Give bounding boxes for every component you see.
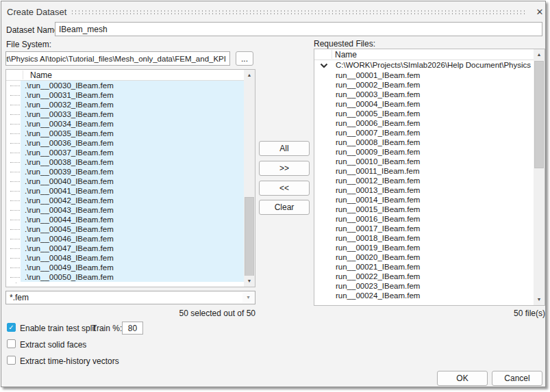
file-name[interactable]: .\run__00043_IBeam.fem <box>21 205 244 215</box>
file-system-path-input[interactable]: nent\Physics AI\topic\Tutorial_files\Mes… <box>5 51 230 66</box>
file-list-item[interactable]: .\run__00041_IBeam.fem <box>7 186 244 196</box>
clear-button[interactable]: Clear <box>259 200 310 215</box>
file-list-item[interactable]: .\run__00036_IBeam.fem <box>7 138 244 148</box>
requested-file-item[interactable]: run__00009_IBeam.fem <box>315 147 533 157</box>
file-list-item[interactable]: .\run__00035_IBeam.fem <box>7 129 244 138</box>
file-list-item[interactable]: .\run__00034_IBeam.fem <box>7 119 244 129</box>
file-list-scrollbar[interactable]: ▲ ▼ <box>244 70 255 287</box>
file-name[interactable]: .\run__00039_IBeam.fem <box>21 167 244 177</box>
file-list-item[interactable]: .\run__00047_IBeam.fem <box>7 244 244 253</box>
ok-button[interactable]: OK <box>437 371 488 386</box>
requested-file-item[interactable]: run__00023_IBeam.fem <box>315 281 533 291</box>
solid-faces-checkbox[interactable] <box>7 339 16 348</box>
requested-file-item[interactable]: run__00021_IBeam.fem <box>315 262 533 272</box>
scrollbar-thumb[interactable] <box>245 197 254 276</box>
requested-name-column[interactable]: Name <box>335 50 357 60</box>
requested-scrollbar[interactable]: ▲ ▼ <box>534 49 545 305</box>
requested-file-item[interactable]: run__00019_IBeam.fem <box>315 243 533 252</box>
file-name[interactable]: .\run__00040_IBeam.fem <box>21 177 244 186</box>
file-name[interactable]: .\run__00044_IBeam.fem <box>21 215 244 224</box>
file-list-item[interactable]: .\run__00037_IBeam.fem <box>7 148 244 157</box>
requested-file-item[interactable]: run__00004_IBeam.fem <box>315 99 533 109</box>
file-list-item[interactable]: .\run__00050_IBeam.fem <box>7 272 244 282</box>
requested-file-item[interactable]: run__00002_IBeam.fem <box>315 80 533 90</box>
requested-file-item[interactable]: run__00024_IBeam.fem <box>315 291 533 300</box>
requested-file-item[interactable]: run__00014_IBeam.fem <box>315 195 533 205</box>
file-name[interactable]: .\run__00033_IBeam.fem <box>21 109 244 119</box>
file-name[interactable]: .\run__00046_IBeam.fem <box>21 234 244 244</box>
file-list-item[interactable]: .\run__00038_IBeam.fem <box>7 157 244 167</box>
file-name[interactable]: .\run__00035_IBeam.fem <box>21 129 244 138</box>
add-button[interactable]: >> <box>259 161 310 176</box>
file-list-item[interactable]: .\run__00039_IBeam.fem <box>7 167 244 177</box>
requested-file-item[interactable]: run__00006_IBeam.fem <box>315 118 533 128</box>
file-list-header[interactable]: Name <box>6 70 255 81</box>
file-name[interactable]: .\run__00032_IBeam.fem <box>21 100 244 109</box>
chevron-down-icon[interactable]: ▾ <box>242 292 254 303</box>
time-history-checkbox[interactable] <box>7 356 16 365</box>
file-name[interactable]: .\run__00045_IBeam.fem <box>21 224 244 234</box>
file-name[interactable]: .\run__00041_IBeam.fem <box>21 186 244 196</box>
drag-handle-dots[interactable] <box>71 10 527 15</box>
all-button[interactable]: All <box>259 141 310 156</box>
scrollbar-thumb[interactable] <box>534 61 544 168</box>
file-name[interactable]: .\run__00038_IBeam.fem <box>21 157 244 167</box>
file-name[interactable]: .\run__00049_IBeam.fem <box>21 263 244 272</box>
requested-file-item[interactable]: run__00015_IBeam.fem <box>315 205 533 214</box>
file-name[interactable]: .\run__00036_IBeam.fem <box>21 138 244 148</box>
remove-button[interactable]: << <box>259 181 310 196</box>
requested-file-item[interactable]: run__00016_IBeam.fem <box>315 214 533 224</box>
file-name[interactable]: .\run__00048_IBeam.fem <box>21 253 244 263</box>
scroll-down-icon[interactable]: ▼ <box>244 276 255 287</box>
file-list-item[interactable]: .\run__00032_IBeam.fem <box>7 100 244 109</box>
file-list-item[interactable]: .\run__00046_IBeam.fem <box>7 234 244 244</box>
train-percent-input[interactable]: 80 <box>122 322 143 335</box>
file-name[interactable]: .\run__00034_IBeam.fem <box>21 119 244 129</box>
tree-gutter <box>7 100 21 109</box>
train-split-checkbox[interactable]: ✓ <box>7 323 16 332</box>
requested-file-item[interactable]: run__00022_IBeam.fem <box>315 272 533 281</box>
requested-file-item[interactable]: run__00013_IBeam.fem <box>315 185 533 195</box>
requested-file-item[interactable]: run__00001_IBeam.fem <box>315 70 533 80</box>
file-list-item[interactable]: .\run__00049_IBeam.fem <box>7 263 244 272</box>
check-icon: ✓ <box>8 324 14 331</box>
close-icon[interactable]: ✕ <box>534 7 545 18</box>
scroll-down-icon[interactable]: ▼ <box>534 294 545 305</box>
scroll-up-icon[interactable]: ▲ <box>244 70 255 81</box>
file-list-item[interactable]: .\run__00031_IBeam.fem <box>7 90 244 100</box>
file-list-item[interactable]: .\run__00043_IBeam.fem <box>7 205 244 215</box>
file-name[interactable]: .\run__00042_IBeam.fem <box>21 196 244 205</box>
file-name[interactable]: .\run__00050_IBeam.fem <box>21 272 244 282</box>
browse-button[interactable]: ... <box>236 51 253 66</box>
file-list-item[interactable]: .\run__00030_IBeam.fem <box>7 81 244 90</box>
requested-file-item[interactable]: run__00017_IBeam.fem <box>315 224 533 233</box>
scroll-up-icon[interactable]: ▲ <box>534 49 545 60</box>
dataset-name-input[interactable]: IBeam_mesh <box>55 22 542 36</box>
file-name[interactable]: .\run__00031_IBeam.fem <box>21 90 244 100</box>
requested-list-header[interactable]: Name <box>314 49 545 60</box>
file-list-item[interactable]: .\run__00048_IBeam.fem <box>7 253 244 263</box>
requested-file-item[interactable]: run__00010_IBeam.fem <box>315 157 533 166</box>
file-list-item[interactable]: .\run__00045_IBeam.fem <box>7 224 244 234</box>
file-name[interactable]: .\run__00030_IBeam.fem <box>21 81 244 90</box>
file-list-item[interactable]: .\run__00033_IBeam.fem <box>7 109 244 119</box>
requested-file-item[interactable]: run__00020_IBeam.fem <box>315 252 533 262</box>
cancel-button[interactable]: Cancel <box>492 371 542 386</box>
tree-stub-icon <box>10 229 20 230</box>
file-name[interactable]: .\run__00047_IBeam.fem <box>21 244 244 253</box>
file-list-name-column[interactable]: Name <box>30 70 52 80</box>
expand-chevron-icon[interactable] <box>320 63 328 68</box>
requested-file-item[interactable]: run__00012_IBeam.fem <box>315 176 533 185</box>
file-list-item[interactable]: .\run__00044_IBeam.fem <box>7 215 244 224</box>
requested-file-item[interactable]: run__00003_IBeam.fem <box>315 90 533 99</box>
requested-file-item[interactable]: run__00018_IBeam.fem <box>315 233 533 243</box>
file-list-item[interactable]: .\run__00042_IBeam.fem <box>7 196 244 205</box>
file-filter-combobox[interactable]: *.fem ▾ <box>5 291 255 304</box>
requested-file-item[interactable]: run__00008_IBeam.fem <box>315 138 533 147</box>
requested-file-item[interactable]: run__00007_IBeam.fem <box>315 128 533 138</box>
requested-root-item[interactable]: C:\WORK\Projects\SImlab2026\Help Documen… <box>315 60 533 70</box>
requested-file-item[interactable]: run__00011_IBeam.fem <box>315 166 533 176</box>
file-list-item[interactable]: .\run__00040_IBeam.fem <box>7 177 244 186</box>
requested-file-item[interactable]: run__00005_IBeam.fem <box>315 109 533 118</box>
file-name[interactable]: .\run__00037_IBeam.fem <box>21 148 244 157</box>
